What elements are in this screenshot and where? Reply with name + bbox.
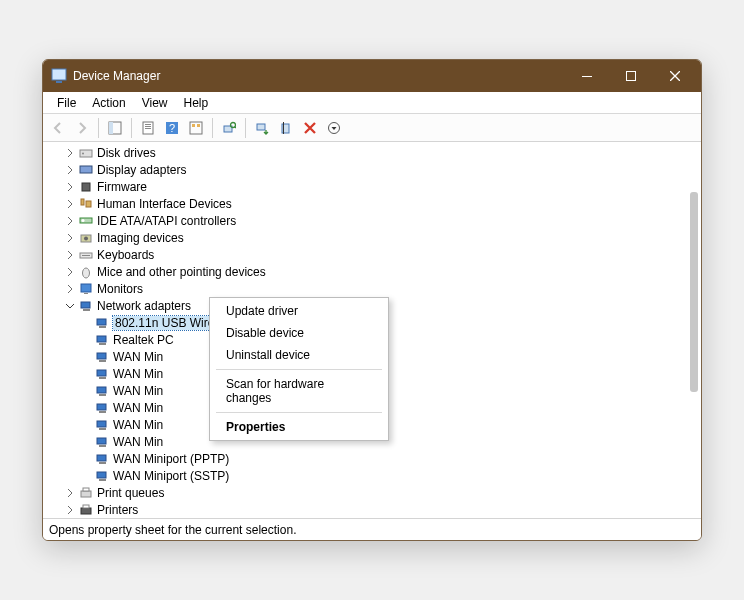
chevron-right-icon[interactable] <box>63 265 77 279</box>
device-manager-window: Device Manager File Action View Help ? <box>42 59 702 541</box>
chevron-right-icon[interactable] <box>63 282 77 296</box>
disable-button[interactable] <box>299 117 321 139</box>
svg-rect-23 <box>80 166 92 173</box>
svg-rect-39 <box>99 326 106 328</box>
tree-item-device[interactable]: WAN Miniport (PPTP) <box>53 450 701 467</box>
menu-view[interactable]: View <box>134 94 176 112</box>
action-dropdown-button[interactable] <box>323 117 345 139</box>
svg-rect-8 <box>145 126 151 127</box>
svg-rect-24 <box>82 183 90 191</box>
network-adapter-icon <box>94 383 110 399</box>
chevron-right-icon[interactable] <box>63 248 77 262</box>
svg-rect-2 <box>582 76 592 77</box>
titlebar[interactable]: Device Manager <box>43 60 701 92</box>
network-adapter-icon <box>94 366 110 382</box>
svg-rect-9 <box>145 128 151 129</box>
scan-hardware-button[interactable] <box>218 117 240 139</box>
tree-item[interactable]: Firmware <box>53 178 701 195</box>
svg-rect-50 <box>97 421 106 427</box>
properties-button[interactable] <box>137 117 159 139</box>
vertical-scrollbar[interactable] <box>688 142 700 518</box>
tree-item[interactable]: Printers <box>53 501 701 518</box>
views-button[interactable] <box>185 117 207 139</box>
chevron-right-icon[interactable] <box>63 146 77 160</box>
toolbar: ? <box>43 114 701 142</box>
svg-rect-46 <box>97 387 106 393</box>
tree-item[interactable]: Print queues <box>53 484 701 501</box>
chevron-right-icon[interactable] <box>63 231 77 245</box>
uninstall-button[interactable] <box>275 117 297 139</box>
menu-help[interactable]: Help <box>176 94 217 112</box>
update-driver-button[interactable] <box>251 117 273 139</box>
back-button[interactable] <box>47 117 69 139</box>
close-button[interactable] <box>653 61 697 91</box>
forward-button[interactable] <box>71 117 93 139</box>
tree-item[interactable]: Keyboards <box>53 246 701 263</box>
toolbar-separator <box>245 118 246 138</box>
svg-point-30 <box>84 236 88 240</box>
disk-drive-icon <box>78 145 94 161</box>
print-queue-icon <box>78 485 94 501</box>
network-adapter-icon <box>94 417 110 433</box>
network-adapter-icon <box>94 451 110 467</box>
toolbar-separator <box>212 118 213 138</box>
svg-rect-7 <box>145 124 151 125</box>
svg-rect-56 <box>97 472 106 478</box>
network-adapter-icon <box>94 400 110 416</box>
svg-rect-21 <box>80 150 92 157</box>
statusbar-text: Opens property sheet for the current sel… <box>49 523 296 537</box>
chevron-right-icon[interactable] <box>63 214 77 228</box>
context-menu-disable-device[interactable]: Disable device <box>212 322 386 344</box>
svg-rect-49 <box>99 411 106 413</box>
svg-rect-12 <box>190 122 202 134</box>
toolbar-separator <box>98 118 99 138</box>
svg-rect-51 <box>99 428 106 430</box>
svg-rect-0 <box>52 69 66 80</box>
chevron-right-icon[interactable] <box>63 503 77 517</box>
svg-rect-36 <box>81 302 90 308</box>
svg-rect-57 <box>99 479 106 481</box>
svg-rect-47 <box>99 394 106 396</box>
tree-item[interactable]: Human Interface Devices <box>53 195 701 212</box>
context-menu-scan-hardware[interactable]: Scan for hardware changes <box>212 373 386 409</box>
tree-item[interactable]: Mice and other pointing devices <box>53 263 701 280</box>
maximize-button[interactable] <box>609 61 653 91</box>
context-menu-properties[interactable]: Properties <box>212 416 386 438</box>
tree-item[interactable]: Disk drives <box>53 144 701 161</box>
minimize-button[interactable] <box>565 61 609 91</box>
hid-icon <box>78 196 94 212</box>
network-adapter-icon <box>78 298 94 314</box>
menu-file[interactable]: File <box>49 94 84 112</box>
chevron-right-icon[interactable] <box>63 180 77 194</box>
svg-rect-13 <box>192 124 195 127</box>
help-button[interactable]: ? <box>161 117 183 139</box>
svg-rect-61 <box>83 505 89 508</box>
tree-item[interactable]: Monitors <box>53 280 701 297</box>
svg-rect-48 <box>97 404 106 410</box>
menu-action[interactable]: Action <box>84 94 133 112</box>
svg-rect-40 <box>97 336 106 342</box>
show-tree-button[interactable] <box>104 117 126 139</box>
svg-rect-43 <box>99 360 106 362</box>
tree-item[interactable]: Display adapters <box>53 161 701 178</box>
chevron-down-icon[interactable] <box>63 299 77 313</box>
svg-rect-45 <box>99 377 106 379</box>
chevron-right-icon[interactable] <box>63 197 77 211</box>
chevron-right-icon[interactable] <box>63 486 77 500</box>
toolbar-separator <box>131 118 132 138</box>
svg-point-28 <box>82 219 85 222</box>
svg-rect-32 <box>82 255 90 256</box>
menubar: File Action View Help <box>43 92 701 114</box>
svg-rect-55 <box>99 462 106 464</box>
tree-item[interactable]: IDE ATA/ATAPI controllers <box>53 212 701 229</box>
svg-rect-5 <box>109 122 113 134</box>
context-menu-update-driver[interactable]: Update driver <box>212 300 386 322</box>
tree-item-device[interactable]: WAN Miniport (SSTP) <box>53 467 701 484</box>
window-title: Device Manager <box>73 69 160 83</box>
scrollbar-thumb[interactable] <box>690 192 698 392</box>
chevron-right-icon[interactable] <box>63 163 77 177</box>
context-menu-uninstall-device[interactable]: Uninstall device <box>212 344 386 366</box>
mouse-icon <box>78 264 94 280</box>
network-adapter-icon <box>94 349 110 365</box>
tree-item[interactable]: Imaging devices <box>53 229 701 246</box>
